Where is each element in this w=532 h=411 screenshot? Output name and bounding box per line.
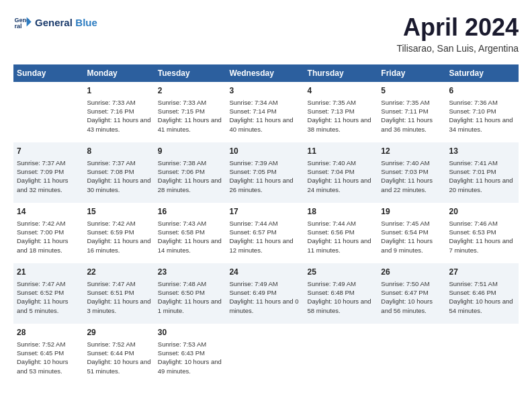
col-header-thursday: Thursday [304,64,378,82]
calendar-cell: 7Sunrise: 7:37 AMSunset: 7:09 PMDaylight… [13,142,83,203]
sunset-text: Sunset: 6:56 PM [308,228,355,236]
sunrise-text: Sunrise: 7:50 AM [381,280,429,287]
sunrise-text: Sunrise: 7:44 AM [229,220,277,227]
daylight-text: Daylight: 11 hours and 7 minutes. [449,237,513,253]
sunset-text: Sunset: 7:00 PM [17,228,64,236]
day-number: 14 [17,206,80,218]
calendar-cell: 14Sunrise: 7:42 AMSunset: 7:00 PMDayligh… [13,203,83,263]
calendar-cell: 9Sunrise: 7:38 AMSunset: 7:06 PMDaylight… [154,142,226,203]
logo-text: General Blue [35,17,97,29]
sunrise-text: Sunrise: 7:49 AM [308,280,356,287]
day-number: 16 [158,206,223,218]
calendar-cell: 21Sunrise: 7:47 AMSunset: 6:52 PMDayligh… [13,263,83,324]
day-number: 20 [449,206,516,218]
daylight-text: Daylight: 11 hours and 26 minutes. [229,177,293,193]
day-number: 2 [158,85,223,97]
col-header-friday: Friday [378,64,445,82]
sunrise-text: Sunrise: 7:39 AM [229,159,277,167]
sunset-text: Sunset: 6:48 PM [308,289,355,296]
day-number: 13 [449,146,516,157]
calendar-cell: 24Sunrise: 7:49 AMSunset: 6:49 PMDayligh… [226,263,304,324]
daylight-text: Daylight: 10 hours and 54 minutes. [449,298,513,314]
day-number: 4 [308,85,375,97]
daylight-text: Daylight: 11 hours and 9 minutes. [381,237,433,253]
page-header: Gene ral General Blue April 2024 Tilisar… [13,13,519,54]
sunrise-text: Sunrise: 7:34 AM [229,99,277,106]
daylight-text: Daylight: 11 hours and 22 minutes. [381,177,433,193]
sunset-text: Sunset: 6:43 PM [158,349,205,357]
day-number: 7 [17,146,80,157]
day-number: 30 [158,327,223,338]
calendar-cell [378,324,445,384]
calendar-cell [304,324,378,384]
daylight-text: Daylight: 11 hours and 30 minutes. [87,177,150,193]
sunrise-text: Sunrise: 7:52 AM [17,340,65,348]
calendar-cell: 10Sunrise: 7:39 AMSunset: 7:05 PMDayligh… [226,142,304,203]
calendar-cell: 5Sunrise: 7:35 AMSunset: 7:11 PMDaylight… [378,82,445,142]
sunrise-text: Sunrise: 7:44 AM [308,220,356,227]
sunset-text: Sunset: 7:09 PM [17,168,64,175]
svg-text:ral: ral [14,23,21,30]
title-area: April 2024 Tilisarao, San Luis, Argentin… [396,13,519,54]
sunset-text: Sunset: 7:10 PM [449,107,496,115]
calendar-cell: 2Sunrise: 7:33 AMSunset: 7:15 PMDaylight… [154,82,226,142]
sunset-text: Sunset: 6:50 PM [158,289,205,296]
calendar-week-row: 21Sunrise: 7:47 AMSunset: 6:52 PMDayligh… [13,263,519,324]
sunset-text: Sunset: 7:13 PM [308,107,355,115]
day-number: 17 [229,206,300,218]
sunset-text: Sunset: 6:45 PM [17,349,64,357]
calendar-week-row: 28Sunrise: 7:52 AMSunset: 6:45 PMDayligh… [13,324,519,384]
sunrise-text: Sunrise: 7:38 AM [158,159,206,167]
sunrise-text: Sunrise: 7:42 AM [87,220,135,227]
calendar-cell: 29Sunrise: 7:52 AMSunset: 6:44 PMDayligh… [83,324,154,384]
sunset-text: Sunset: 7:16 PM [87,107,134,115]
day-number: 28 [17,327,80,338]
sunrise-text: Sunrise: 7:49 AM [229,280,277,287]
logo: Gene ral General Blue [13,13,97,32]
sunrise-text: Sunrise: 7:43 AM [158,220,206,227]
daylight-text: Daylight: 11 hours and 41 minutes. [158,116,222,132]
daylight-text: Daylight: 11 hours and 20 minutes. [449,177,513,193]
daylight-text: Daylight: 11 hours and 24 minutes. [308,177,371,193]
sunrise-text: Sunrise: 7:53 AM [158,340,206,348]
daylight-text: Daylight: 11 hours and 28 minutes. [158,177,222,193]
calendar-cell: 1Sunrise: 7:33 AMSunset: 7:16 PMDaylight… [83,82,154,142]
day-number: 10 [229,146,300,157]
day-number: 24 [229,267,300,278]
calendar-cell: 4Sunrise: 7:35 AMSunset: 7:13 PMDaylight… [304,82,378,142]
daylight-text: Daylight: 10 hours and 53 minutes. [17,358,69,374]
col-header-tuesday: Tuesday [154,64,226,82]
sunrise-text: Sunrise: 7:41 AM [449,159,498,167]
daylight-text: Daylight: 11 hours and 34 minutes. [449,116,513,132]
calendar-cell: 23Sunrise: 7:48 AMSunset: 6:50 PMDayligh… [154,263,226,324]
calendar-week-row: 7Sunrise: 7:37 AMSunset: 7:09 PMDaylight… [13,142,519,203]
daylight-text: Daylight: 11 hours and 32 minutes. [17,177,69,193]
daylight-text: Daylight: 10 hours and 58 minutes. [308,298,371,314]
sunset-text: Sunset: 6:44 PM [87,349,134,357]
daylight-text: Daylight: 10 hours and 49 minutes. [158,358,222,374]
sunrise-text: Sunrise: 7:40 AM [308,159,356,167]
daylight-text: Daylight: 11 hours and 14 minutes. [158,237,222,253]
sunrise-text: Sunrise: 7:35 AM [381,99,429,106]
sunrise-text: Sunrise: 7:36 AM [449,99,498,106]
calendar-cell: 18Sunrise: 7:44 AMSunset: 6:56 PMDayligh… [304,203,378,263]
sunset-text: Sunset: 7:06 PM [158,168,205,175]
daylight-text: Daylight: 11 hours and 40 minutes. [229,116,293,132]
sunrise-text: Sunrise: 7:51 AM [449,280,498,287]
day-number: 1 [87,85,150,97]
sunset-text: Sunset: 6:57 PM [229,228,276,236]
daylight-text: Daylight: 11 hours and 3 minutes. [87,298,150,314]
sunrise-text: Sunrise: 7:37 AM [17,159,65,167]
daylight-text: Daylight: 11 hours and 0 minutes. [229,298,298,314]
day-number: 5 [381,85,442,97]
day-number: 9 [158,146,223,157]
sunrise-text: Sunrise: 7:45 AM [381,220,429,227]
sunrise-text: Sunrise: 7:33 AM [158,99,206,106]
daylight-text: Daylight: 10 hours and 56 minutes. [381,298,433,314]
calendar-week-row: 1Sunrise: 7:33 AMSunset: 7:16 PMDaylight… [13,82,519,142]
day-number: 12 [381,146,442,157]
day-number: 11 [308,146,375,157]
sunset-text: Sunset: 6:46 PM [449,289,496,296]
calendar-cell: 3Sunrise: 7:34 AMSunset: 7:14 PMDaylight… [226,82,304,142]
location-subtitle: Tilisarao, San Luis, Argentina [396,43,519,54]
